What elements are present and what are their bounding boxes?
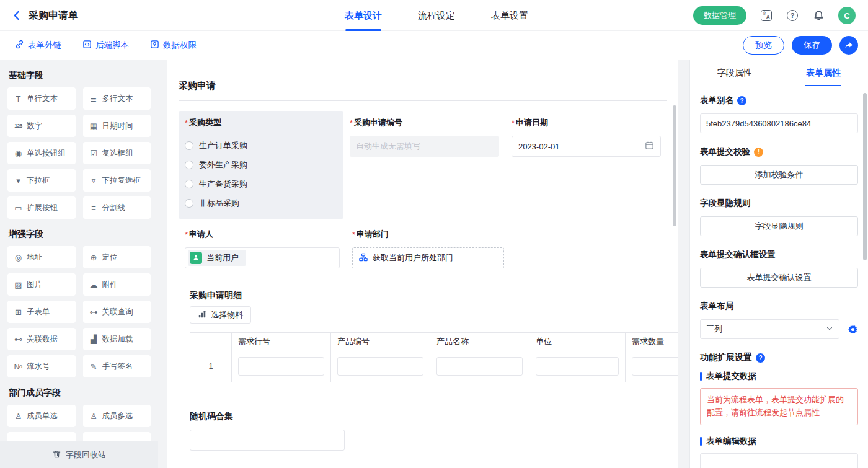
help-icon[interactable]: ?	[786, 9, 799, 22]
table-cell	[626, 350, 679, 382]
add-validation-button[interactable]: 添加校验条件	[700, 165, 858, 185]
field-apply-date[interactable]: *申请日期 2023-02-01	[505, 111, 667, 219]
sidebar-item-checkbox-group[interactable]: ☑复选框组	[83, 142, 151, 164]
field-item-label: 定位	[102, 252, 118, 263]
preview-button[interactable]: 预览	[743, 36, 784, 55]
field-recycle-bin[interactable]: 字段回收站	[0, 441, 158, 468]
edit-data-control[interactable]	[700, 453, 858, 468]
field-applicant[interactable]: *申请人 当前用户	[179, 223, 346, 275]
table-cell	[529, 350, 626, 382]
form-alias-input[interactable]: 5feb2379d54360802186ce84	[700, 113, 858, 133]
column-header: 产品编号	[331, 333, 430, 350]
sidebar-item-member-single[interactable]: ♙成员单选	[7, 405, 76, 427]
request-no-input[interactable]: 自动生成无需填写	[350, 136, 499, 157]
visibility-rules-button[interactable]: 字段显隐规则	[700, 216, 858, 236]
gear-icon[interactable]	[848, 324, 858, 335]
cell-input[interactable]	[238, 357, 324, 376]
cell-input[interactable]	[536, 357, 619, 376]
share-button[interactable]	[839, 36, 858, 55]
sidebar-item-data-load[interactable]: ▟数据加载	[83, 328, 151, 350]
radio-option[interactable]: 委外生产采购	[185, 155, 337, 174]
tab-flow-setting[interactable]: 流程设定	[418, 0, 455, 31]
applicant-input[interactable]: 当前用户	[185, 247, 340, 268]
save-button[interactable]: 保存	[792, 36, 832, 55]
radio-option[interactable]: 生产备货采购	[185, 174, 337, 193]
radio-option[interactable]: 非标品采购	[185, 193, 337, 213]
select-material-button[interactable]: 选择物料	[190, 306, 251, 324]
detail-table: 需求行号产品编号产品名称单位需求数量 1	[190, 332, 678, 382]
current-user-tag[interactable]: 当前用户	[188, 250, 246, 266]
sidebar-item-number[interactable]: 123数字	[7, 115, 76, 137]
sidebar-section-grid: T单行文本≣多行文本123数字▦日期时间◉单选按钮组☑复选框组▾下拉框▿下拉复选…	[7, 87, 151, 219]
dept-source-box[interactable]: 获取当前用户所处部门	[352, 247, 504, 268]
form-external-link[interactable]: 表单外链	[15, 40, 61, 51]
link-label: 数据权限	[163, 40, 197, 51]
required-mark: *	[350, 118, 353, 128]
field-purchase-type[interactable]: *采购类型 生产订单采购委外生产采购生产备货采购非标品采购	[179, 111, 343, 219]
sidebar-item-select[interactable]: ▾下拉框	[7, 169, 76, 192]
sidebar-item-address[interactable]: ◎地址	[7, 246, 76, 268]
submit-data-section-label: 表单提交数据	[700, 371, 858, 382]
field-apply-dept[interactable]: *申请部门 获取当前用户所处部门	[346, 223, 510, 275]
data-permission-link[interactable]: 数据权限	[150, 40, 197, 51]
form-toolbar: 表单外链 后端脚本 数据权限 预览 保存	[0, 31, 868, 60]
help-icon[interactable]: ?	[756, 353, 765, 363]
cell-input[interactable]	[632, 357, 678, 376]
language-icon[interactable]: 文A	[760, 9, 773, 22]
sidebar-item-location[interactable]: ⊕定位	[83, 246, 151, 268]
help-icon[interactable]: ?	[737, 96, 746, 105]
sidebar-item-divider[interactable]: ≡分割线	[83, 196, 151, 219]
bar-chart-icon	[198, 310, 206, 320]
canvas-scrollbar[interactable]	[673, 105, 676, 226]
sidebar-item-subform[interactable]: ⊞子表单	[7, 301, 76, 323]
datetime-icon: ▦	[88, 121, 100, 131]
sidebar-item-linked-data[interactable]: ⊷关联数据	[7, 328, 76, 350]
sidebar-item-extend-button[interactable]: ▭扩展按钮	[7, 196, 76, 219]
radio-group-icon: ◉	[12, 149, 24, 158]
sidebar-item-single-line-text[interactable]: T单行文本	[7, 87, 76, 110]
avatar[interactable]: C	[838, 7, 856, 24]
tab-form-design[interactable]: 表单设计	[345, 0, 382, 31]
location-icon: ⊕	[88, 253, 100, 262]
sidebar-item-member-multi[interactable]: ♙成员多选	[83, 405, 151, 427]
back-button[interactable]	[10, 9, 24, 22]
field-item-label: 附件	[102, 280, 118, 290]
field-random-code[interactable]: 随机码合集	[179, 411, 667, 451]
linked-query-icon: ⊶	[88, 307, 100, 317]
tab-form-settings[interactable]: 表单设置	[491, 0, 528, 31]
sidebar-item-serial-number[interactable]: №流水号	[7, 355, 76, 377]
sidebar-item-signature[interactable]: ✎手写签名	[83, 355, 151, 377]
detail-label: 采购申请明细	[190, 290, 667, 301]
layout-select[interactable]: 三列	[700, 319, 839, 339]
data-manage-button[interactable]: 数据管理	[693, 6, 746, 25]
radio-circle-icon	[185, 199, 193, 208]
field-library-sidebar: 基础字段T单行文本≣多行文本123数字▦日期时间◉单选按钮组☑复选框组▾下拉框▿…	[0, 60, 158, 468]
sidebar-item-image[interactable]: ▨图片	[7, 273, 76, 296]
warning-icon[interactable]: !	[754, 148, 763, 157]
cell-input[interactable]	[436, 357, 523, 376]
notification-bell-icon[interactable]	[812, 9, 825, 22]
radio-option[interactable]: 生产订单采购	[185, 136, 337, 155]
tab-form-properties[interactable]: 表单属性	[779, 60, 868, 86]
sidebar-item-attachment[interactable]: ☁附件	[83, 273, 151, 296]
submit-confirm-button[interactable]: 表单提交确认设置	[700, 268, 858, 288]
backend-script-link[interactable]: 后端脚本	[82, 40, 129, 51]
field-detail-subform[interactable]: 采购申请明细 选择物料 需求行号产品编号产品名称单位需求数量 1	[179, 290, 667, 382]
required-mark: *	[185, 230, 188, 239]
field-item-label: 关联数据	[27, 334, 58, 345]
flow-form-notice: 当前为流程表单，表单提交功能扩展的配置，请前往流程发起节点属性	[700, 388, 858, 425]
recycle-label: 字段回收站	[66, 449, 106, 461]
sidebar-item-multi-select[interactable]: ▿下拉复选框	[83, 169, 151, 192]
apply-date-input[interactable]: 2023-02-01	[512, 136, 661, 157]
field-item-label: 单行文本	[27, 94, 58, 104]
sidebar-item-datetime[interactable]: ▦日期时间	[83, 115, 151, 137]
field-request-no[interactable]: *采购申请编号 自动生成无需填写	[343, 111, 505, 219]
tab-field-properties[interactable]: 字段属性	[690, 60, 779, 86]
sidebar-item-multi-line-text[interactable]: ≣多行文本	[83, 87, 151, 110]
cell-input[interactable]	[337, 357, 423, 376]
sidebar-item-radio-group[interactable]: ◉单选按钮组	[7, 142, 76, 164]
detail-table-header-row: 需求行号产品编号产品名称单位需求数量	[190, 333, 679, 350]
random-code-input[interactable]	[190, 430, 345, 451]
page-scrollbar[interactable]	[863, 93, 867, 260]
sidebar-item-linked-query[interactable]: ⊶关联查询	[83, 301, 151, 323]
